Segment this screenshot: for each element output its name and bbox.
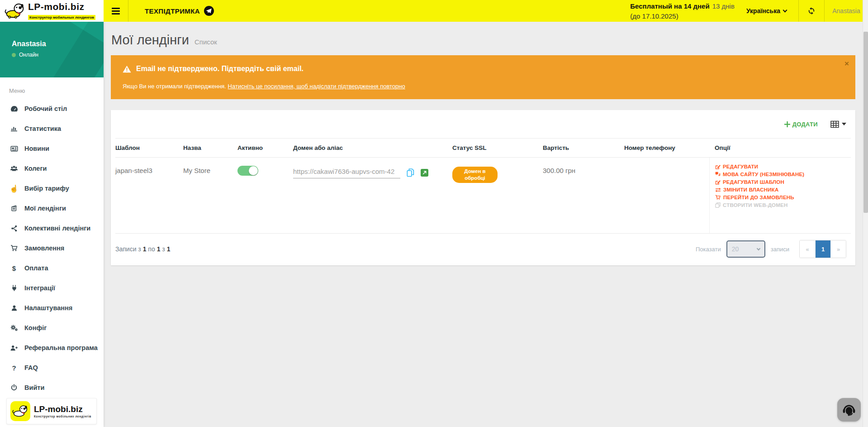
logo-title: LP-mobi.biz: [28, 1, 95, 12]
sidebar-user-name: Anastasia: [12, 40, 46, 48]
sidebar-item-label: Інтеграції: [24, 284, 55, 292]
show-label: Показати: [696, 246, 721, 253]
sidebar-item-label: Реферальна програма: [24, 344, 98, 351]
row-price: 300.00 грн: [543, 158, 624, 233]
column-header[interactable]: Статус SSL: [452, 139, 543, 157]
sidebar-item-label: Колеги: [24, 165, 47, 172]
logo-subtitle: Конструктор мобильных лендингов: [28, 15, 95, 20]
sidebar-item-label: Робочий стіл: [24, 105, 67, 112]
sidebar-menu: Робочий стіл Статистика Новини Колеги ☝ …: [0, 99, 104, 398]
footer-logo-title: LP-mobi.biz: [34, 404, 91, 414]
dashboard-icon: [9, 105, 19, 113]
telegram-icon: [204, 5, 214, 16]
option-site-language[interactable]: МОВА САЙТУ (НЕЗМІНЮВАНЕ): [715, 172, 851, 177]
sidebar-item-integrations[interactable]: Інтеграції: [0, 278, 104, 298]
page-size-select[interactable]: 20: [726, 240, 765, 258]
sidebar-item-label: Налаштування: [24, 304, 72, 312]
sidebar-item-tariff[interactable]: ☝ Вибір тарифу: [0, 178, 104, 198]
header-username[interactable]: Anastasia: [825, 7, 868, 14]
sidebar-item-label: Колективні лендінги: [24, 225, 90, 232]
sidebar-item-collective-landings[interactable]: Колективні лендінги: [0, 218, 104, 238]
option-create-web-domain[interactable]: СТВОРИТИ WEB-ДОМЕН: [715, 202, 851, 208]
column-header[interactable]: Активно: [237, 139, 293, 157]
column-header[interactable]: Опції: [709, 139, 851, 157]
add-landing-button[interactable]: ДОДАТИ: [784, 121, 818, 128]
sidebar-footer-logo[interactable]: LP-mobi.biz Конструктор мобільних лендін…: [6, 398, 97, 424]
sidebar-item-referral[interactable]: Реферальна програма: [0, 338, 104, 358]
dog-logo-icon: [5, 3, 25, 19]
sidebar-item-statistics[interactable]: Статистика: [0, 119, 104, 139]
sidebar-item-label: Мої лендінги: [24, 205, 66, 212]
sidebar-item-settings[interactable]: Налаштування: [0, 298, 104, 318]
sidebar-item-label: Конфіг: [24, 324, 47, 331]
domain-input[interactable]: [293, 167, 400, 178]
menu-section-label: Меню: [9, 87, 104, 94]
landings-card: ДОДАТИ Шаблон Назва Активно Домен або ал…: [111, 110, 855, 265]
sidebar-item-dashboard[interactable]: Робочий стіл: [0, 99, 104, 119]
refresh-button[interactable]: [799, 0, 824, 22]
option-change-owner[interactable]: ЗМІНИТИ ВЛАСНИКА: [715, 187, 851, 192]
sidebar-item-news[interactable]: Новини: [0, 139, 104, 158]
trial-plan: Бесплатный на 14 дней: [630, 2, 709, 10]
pages-icon: [9, 205, 19, 212]
sidebar-item-faq[interactable]: ? FAQ: [0, 358, 104, 378]
news-icon: [9, 145, 19, 153]
option-go-to-orders[interactable]: ПЕРЕЙТИ ДО ЗАМОВЛЕНЬ: [715, 195, 851, 200]
option-edit[interactable]: РЕДАГУВАТИ: [715, 164, 851, 169]
column-header[interactable]: Номер телефону: [624, 139, 709, 157]
records-label: записи: [771, 246, 789, 253]
stats-icon: [9, 125, 19, 132]
page-scrollbar[interactable]: [863, 0, 868, 427]
trial-days-left: 13 днів: [712, 2, 735, 10]
share-icon: [9, 225, 19, 232]
support-chat-button[interactable]: [837, 398, 861, 422]
edit-icon: [715, 179, 721, 185]
sidebar-item-orders[interactable]: Замовлення: [0, 238, 104, 258]
close-icon[interactable]: ×: [844, 60, 849, 67]
active-toggle[interactable]: [237, 166, 258, 176]
sidebar-item-label: Вибір тарифу: [24, 185, 69, 192]
sidebar-item-config[interactable]: Конфіг: [0, 318, 104, 338]
resend-confirmation-link[interactable]: Натисніть це посилання, щоб надіслати пі…: [228, 83, 405, 90]
menu-toggle-button[interactable]: [104, 0, 128, 22]
app-logo[interactable]: LP-mobi.biz Конструктор мобильных лендин…: [0, 0, 104, 22]
sidebar: Anastasia Онлайн Меню Робочий стіл Стати…: [0, 22, 104, 427]
sidebar-item-label: Замовлення: [24, 245, 64, 252]
language-label: Українська: [746, 7, 780, 14]
column-settings-dropdown[interactable]: [830, 120, 846, 128]
sidebar-item-logout[interactable]: Вийти: [0, 378, 104, 398]
support-link[interactable]: ТЕХПІДТРИМКА: [128, 0, 234, 22]
sidebar-item-colleagues[interactable]: Колеги: [0, 158, 104, 178]
scrollbar-thumb[interactable]: [863, 32, 868, 213]
user-plus-icon: [9, 345, 19, 351]
column-header[interactable]: Назва: [183, 139, 237, 157]
sidebar-user-status: Онлайн: [19, 52, 38, 58]
language-dropdown[interactable]: Українська: [742, 7, 798, 14]
column-header[interactable]: Вартість: [543, 139, 624, 157]
pagination-next-button[interactable]: »: [830, 240, 846, 258]
table-row: japan-steel3 My Store: [115, 158, 851, 234]
pagination-page-1[interactable]: 1: [815, 240, 830, 258]
trial-until: (до 17.10.2025): [630, 11, 735, 21]
pagination-prev-button[interactable]: «: [800, 240, 815, 258]
clone-icon: [715, 202, 721, 208]
hand-pointer-icon: ☝: [9, 184, 19, 193]
open-site-icon[interactable]: [421, 169, 428, 177]
row-phone: [624, 158, 709, 233]
support-label: ТЕХПІДТРИМКА: [145, 7, 200, 15]
exchange-icon: [715, 187, 721, 192]
column-header[interactable]: Домен або аліас: [293, 139, 452, 157]
plus-icon: [784, 121, 790, 127]
cart-icon: [9, 245, 19, 252]
chevron-down-icon: [783, 8, 787, 12]
copy-icon[interactable]: [407, 168, 414, 177]
sidebar-item-payment[interactable]: $ Оплата: [0, 258, 104, 278]
user-icon: [9, 305, 19, 312]
email-warning-banner: Email не підтверджено. Підтвердіть свій …: [111, 55, 855, 99]
question-icon: ?: [9, 364, 19, 372]
sidebar-item-my-landings[interactable]: Мої лендінги: [0, 198, 104, 218]
edit-icon: [715, 164, 721, 169]
ssl-status-badge: Домен в обробці: [452, 167, 498, 183]
column-header[interactable]: Шаблон: [115, 139, 183, 157]
option-edit-template[interactable]: РЕДАГУВАТИ ШАБЛОН: [715, 179, 851, 185]
